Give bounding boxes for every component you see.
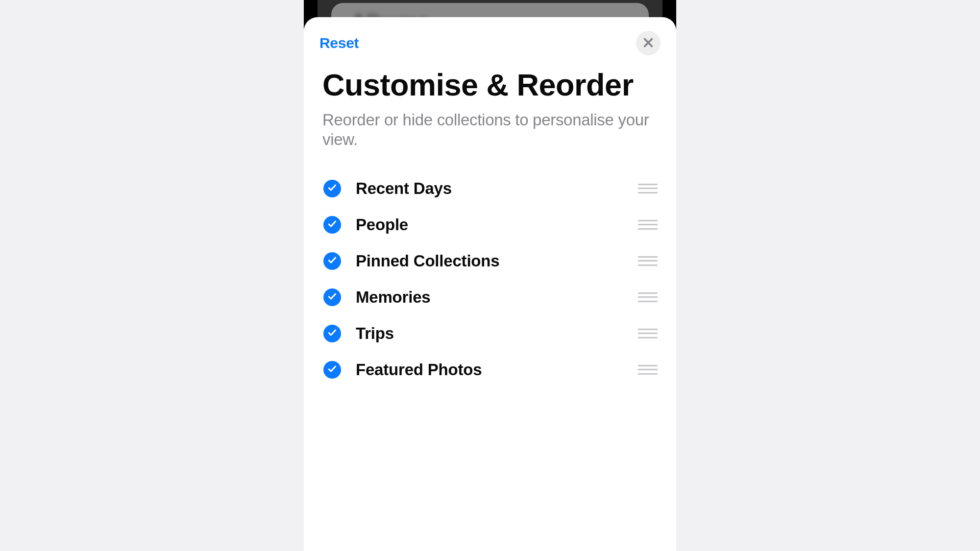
checkmark-icon xyxy=(327,364,337,376)
list-item-label: Memories xyxy=(356,288,638,307)
list-item-label: Pinned Collections xyxy=(356,252,638,270)
checkmark-toggle[interactable] xyxy=(323,325,341,342)
sheet-header: Reset xyxy=(304,17,676,59)
list-item[interactable]: Memories xyxy=(323,279,658,315)
list-item-label: Recent Days xyxy=(356,179,638,198)
phone-frame: Albums Reset Customise & Reorder Reorder… xyxy=(304,0,676,551)
drag-handle-icon[interactable] xyxy=(638,327,658,340)
checkmark-icon xyxy=(327,291,337,303)
sheet-title: Customise & Reorder xyxy=(304,59,676,101)
drag-handle-icon[interactable] xyxy=(638,255,658,267)
drag-handle-icon[interactable] xyxy=(638,363,658,376)
drag-handle-icon[interactable] xyxy=(638,218,658,231)
list-item[interactable]: Recent Days xyxy=(323,170,658,207)
list-item[interactable]: People xyxy=(323,207,658,243)
reset-button[interactable]: Reset xyxy=(319,35,359,51)
checkmark-icon xyxy=(327,255,337,267)
list-item[interactable]: Pinned Collections xyxy=(323,243,658,279)
customise-sheet: Reset Customise & Reorder Reorder or hid… xyxy=(304,17,676,551)
checkmark-toggle[interactable] xyxy=(323,180,341,197)
checkmark-toggle[interactable] xyxy=(323,288,341,306)
sheet-subtitle: Reorder or hide collections to personali… xyxy=(304,101,676,150)
close-icon xyxy=(643,37,654,49)
checkmark-toggle[interactable] xyxy=(323,216,341,234)
checkmark-icon xyxy=(327,183,337,194)
list-item[interactable]: Featured Photos xyxy=(323,352,658,388)
collections-list: Recent Days People xyxy=(304,150,676,388)
checkmark-icon xyxy=(327,328,337,339)
checkmark-toggle[interactable] xyxy=(323,361,341,379)
drag-handle-icon[interactable] xyxy=(638,182,658,195)
list-item-label: Featured Photos xyxy=(356,360,638,379)
list-item-label: Trips xyxy=(356,324,638,343)
checkmark-toggle[interactable] xyxy=(323,252,341,270)
list-item-label: People xyxy=(356,216,638,234)
close-button[interactable] xyxy=(636,31,661,55)
checkmark-icon xyxy=(327,219,337,231)
list-item[interactable]: Trips xyxy=(323,315,658,352)
drag-handle-icon[interactable] xyxy=(638,291,658,304)
